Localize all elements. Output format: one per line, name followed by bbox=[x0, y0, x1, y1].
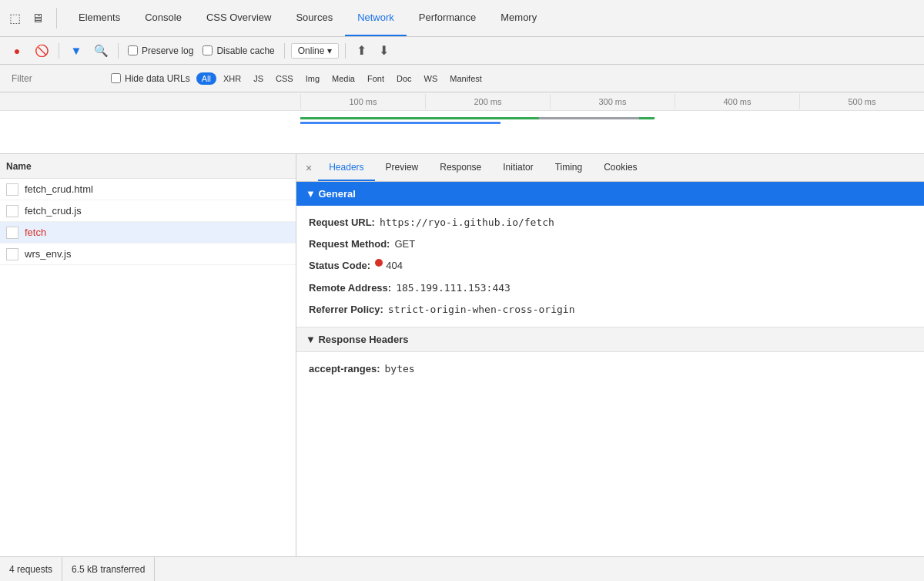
detail-value: bytes bbox=[384, 362, 414, 376]
ruler-mark: 400 ms bbox=[675, 94, 799, 109]
tab-performance[interactable]: Performance bbox=[407, 0, 488, 36]
general-section-title: ▼ General bbox=[306, 188, 356, 200]
detail-row: Status Code:404 bbox=[296, 255, 924, 277]
separator4 bbox=[345, 43, 346, 59]
inspect-icon[interactable]: ⬚ bbox=[6, 8, 24, 29]
ruler-marks: 100 ms200 ms300 ms400 ms500 ms bbox=[300, 94, 924, 109]
file-icon bbox=[6, 205, 18, 217]
panel-tab-headers[interactable]: Headers bbox=[318, 154, 374, 181]
tab-network[interactable]: Network bbox=[345, 0, 407, 36]
main-content: Name fetch_crud.html fetch_crud.js fetch… bbox=[0, 154, 924, 556]
status-error-dot bbox=[375, 259, 383, 267]
hide-data-urls-text: Hide data URLs bbox=[125, 73, 190, 84]
preserve-log-checkbox[interactable] bbox=[128, 45, 138, 55]
filter-type-manifest[interactable]: Manifest bbox=[444, 72, 487, 85]
detail-value: 404 bbox=[386, 259, 403, 273]
filter-button[interactable]: ▼ bbox=[65, 40, 87, 62]
tab-sources[interactable]: Sources bbox=[283, 0, 345, 36]
filter-type-ws[interactable]: WS bbox=[419, 72, 444, 85]
panel-tabs: × HeadersPreviewResponseInitiatorTimingC… bbox=[296, 154, 924, 182]
import-button[interactable]: ⬆ bbox=[352, 40, 371, 61]
right-panel: × HeadersPreviewResponseInitiatorTimingC… bbox=[296, 154, 924, 556]
filter-types: AllXHRJSCSSImgMediaFontDocWSManifest bbox=[196, 72, 487, 85]
detail-value: strict-origin-when-cross-origin bbox=[388, 303, 575, 317]
detail-row: accept-ranges:bytes bbox=[296, 358, 924, 380]
status-bar: 4 requests 6.5 kB transferred bbox=[0, 556, 924, 581]
tab-elements[interactable]: Elements bbox=[66, 0, 132, 36]
filter-type-css[interactable]: CSS bbox=[270, 72, 299, 85]
file-icon bbox=[6, 248, 18, 260]
requests-header: Name bbox=[0, 154, 296, 179]
tab-bar: ⬚ 🖥 ElementsConsoleCSS OverviewSourcesNe… bbox=[0, 0, 924, 37]
detail-label: Request Method: bbox=[309, 237, 390, 251]
request-list: fetch_crud.html fetch_crud.js fetch wrs_… bbox=[0, 179, 296, 556]
timeline-bars bbox=[0, 111, 924, 153]
request-name: wrs_env.js bbox=[25, 248, 71, 260]
list-item[interactable]: fetch_crud.html bbox=[0, 179, 296, 200]
filter-type-img[interactable]: Img bbox=[300, 72, 325, 85]
online-label: Online bbox=[298, 45, 325, 56]
tab-memory[interactable]: Memory bbox=[488, 0, 549, 36]
detail-label: accept-ranges: bbox=[309, 362, 380, 376]
response-headers-section-header[interactable]: ▼ Response Headers bbox=[296, 327, 924, 352]
request-name: fetch bbox=[25, 227, 46, 238]
filter-bar: Hide data URLs AllXHRJSCSSImgMediaFontDo… bbox=[0, 65, 924, 92]
detail-row: Request Method:GET bbox=[296, 233, 924, 255]
panel-tab-timing[interactable]: Timing bbox=[544, 154, 594, 181]
filter-input[interactable] bbox=[6, 71, 99, 86]
tab-css-overview[interactable]: CSS Overview bbox=[194, 0, 284, 36]
timeline-bar-gray bbox=[539, 117, 639, 119]
panel-tab-response[interactable]: Response bbox=[429, 154, 492, 181]
search-button[interactable]: 🔍 bbox=[90, 40, 112, 62]
filter-type-doc[interactable]: Doc bbox=[391, 72, 417, 85]
disable-cache-text: Disable cache bbox=[216, 45, 274, 56]
devtools-icons: ⬚ 🖥 bbox=[6, 8, 57, 29]
filter-type-font[interactable]: Font bbox=[362, 72, 390, 85]
ruler-mark: 500 ms bbox=[799, 94, 924, 109]
hide-data-urls-checkbox[interactable] bbox=[111, 73, 121, 83]
timeline-bar-blue bbox=[300, 122, 500, 124]
file-icon bbox=[6, 183, 18, 196]
transferred-size: 6.5 kB transferred bbox=[62, 557, 155, 581]
detail-label: Request URL: bbox=[309, 216, 375, 230]
filter-type-js[interactable]: JS bbox=[248, 72, 269, 85]
close-panel-button[interactable]: × bbox=[300, 159, 318, 177]
stop-button[interactable]: 🚫 bbox=[31, 40, 52, 62]
record-button[interactable]: ● bbox=[6, 40, 28, 62]
filter-type-all[interactable]: All bbox=[196, 72, 216, 85]
requests-count: 4 requests bbox=[6, 557, 62, 581]
detail-value: 185.199.111.153:443 bbox=[396, 281, 511, 295]
general-section-body: Request URL:https://ryo-i.github.io/fetc… bbox=[296, 206, 924, 327]
filter-type-xhr[interactable]: XHR bbox=[218, 72, 246, 85]
filter-type-media[interactable]: Media bbox=[326, 72, 360, 85]
device-icon[interactable]: 🖥 bbox=[28, 8, 47, 29]
hide-data-urls-label[interactable]: Hide data URLs bbox=[111, 73, 190, 84]
panel-content: ▼ General Request URL:https://ryo-i.gith… bbox=[296, 182, 924, 556]
detail-row: Remote Address:185.199.111.153:443 bbox=[296, 277, 924, 299]
throttle-select[interactable]: Online ▾ bbox=[291, 43, 340, 59]
throttle-chevron-icon: ▾ bbox=[327, 45, 332, 56]
disable-cache-label[interactable]: Disable cache bbox=[199, 45, 277, 56]
panel-tab-initiator[interactable]: Initiator bbox=[492, 154, 544, 181]
ruler-mark: 300 ms bbox=[550, 94, 675, 109]
preserve-log-text: Preserve log bbox=[142, 45, 193, 56]
requests-column-name: Name bbox=[6, 161, 32, 172]
separator3 bbox=[284, 43, 285, 59]
file-icon bbox=[6, 227, 18, 239]
list-item[interactable]: fetch_crud.js bbox=[0, 200, 296, 222]
request-name: fetch_crud.js bbox=[25, 205, 82, 217]
tab-console[interactable]: Console bbox=[132, 0, 194, 36]
panel-tab-cookies[interactable]: Cookies bbox=[593, 154, 648, 181]
panel-tab-preview[interactable]: Preview bbox=[375, 154, 430, 181]
response-headers-body: accept-ranges:bytes bbox=[296, 352, 924, 386]
general-section-header[interactable]: ▼ General bbox=[296, 182, 924, 206]
request-name: fetch_crud.html bbox=[25, 183, 93, 195]
detail-label: Referrer Policy: bbox=[309, 303, 383, 317]
list-item[interactable]: fetch bbox=[0, 222, 296, 243]
disable-cache-checkbox[interactable] bbox=[203, 45, 213, 55]
ruler-mark: 100 ms bbox=[300, 94, 425, 109]
export-button[interactable]: ⬇ bbox=[374, 40, 393, 61]
list-item[interactable]: wrs_env.js bbox=[0, 243, 296, 265]
detail-row: Request URL:https://ryo-i.github.io/fetc… bbox=[296, 212, 924, 233]
preserve-log-label[interactable]: Preserve log bbox=[125, 45, 196, 56]
